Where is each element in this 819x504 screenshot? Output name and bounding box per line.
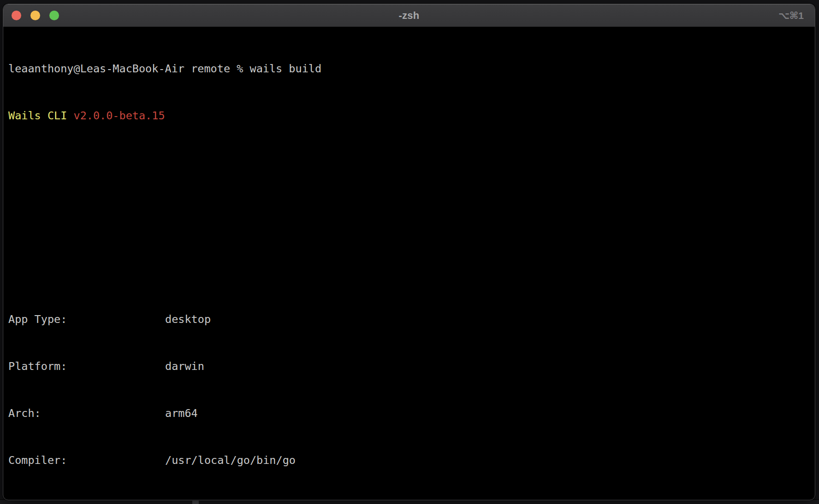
terminal-window: -zsh ⌥⌘1 leaanthony@Leas-MacBook-Air rem… [3, 4, 815, 500]
config-label: Compiler: [8, 452, 165, 468]
config-value: darwin [165, 360, 204, 373]
terminal-line-blank [8, 249, 815, 264]
config-label: Skip Frontend: [8, 499, 165, 500]
cli-version: v2.0.0-beta.15 [73, 109, 165, 122]
window-shortcut-badge: ⌥⌘1 [778, 4, 804, 27]
config-label: Platform: [8, 358, 165, 374]
minimize-button[interactable] [30, 11, 40, 20]
config-row: Compiler:/usr/local/go/bin/go [8, 452, 815, 468]
config-value: arm64 [165, 407, 198, 420]
config-label: Arch: [8, 405, 165, 421]
titlebar[interactable]: -zsh ⌥⌘1 [3, 4, 815, 27]
config-row: App Type:desktop [8, 311, 815, 327]
config-value: /usr/local/go/bin/go [165, 454, 296, 467]
config-row: Platform:darwin [8, 358, 815, 374]
terminal-line-cli-version: Wails CLI v2.0.0-beta.15 [8, 108, 815, 123]
background-window-notch [192, 500, 199, 504]
cli-name: Wails CLI [8, 109, 73, 122]
config-row: Arch:arm64 [8, 405, 815, 421]
terminal-line-blank [8, 155, 815, 170]
close-button[interactable] [12, 11, 21, 20]
terminal-content[interactable]: leaanthony@Leas-MacBook-Air remote % wai… [3, 27, 815, 500]
config-value: desktop [165, 313, 211, 326]
zoom-button[interactable] [49, 11, 59, 20]
window-title: -zsh [3, 10, 815, 22]
terminal-line-blank [8, 202, 815, 217]
traffic-lights [3, 4, 59, 27]
terminal-line-command: leaanthony@Leas-MacBook-Air remote % wai… [8, 61, 815, 76]
config-row: Skip Frontend:false [8, 499, 815, 500]
config-label: App Type: [8, 311, 165, 327]
